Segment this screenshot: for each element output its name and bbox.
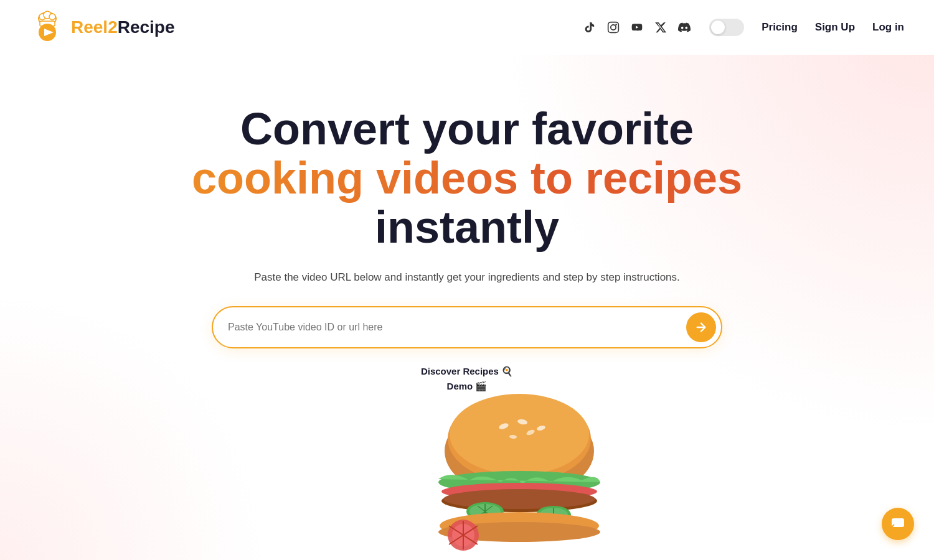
hero-section: Convert your favorite cooking videos to … bbox=[0, 55, 934, 560]
url-input[interactable] bbox=[228, 322, 686, 333]
chat-icon bbox=[890, 516, 905, 531]
illustration-area bbox=[0, 404, 934, 560]
logo-icon bbox=[30, 10, 65, 45]
discord-icon[interactable] bbox=[677, 20, 692, 35]
svg-point-8 bbox=[611, 25, 616, 30]
pricing-link[interactable]: Pricing bbox=[762, 21, 798, 34]
theme-toggle[interactable] bbox=[709, 19, 744, 36]
youtube-icon[interactable] bbox=[630, 20, 644, 35]
svg-point-21 bbox=[443, 489, 595, 509]
search-wrapper bbox=[212, 306, 722, 348]
tiktok-icon[interactable] bbox=[582, 20, 597, 35]
hero-title-line2: cooking videos to recipes bbox=[0, 154, 934, 203]
logo[interactable]: Reel2Recipe bbox=[30, 10, 175, 45]
signup-link[interactable]: Sign Up bbox=[815, 21, 855, 34]
login-link[interactable]: Log in bbox=[872, 21, 904, 34]
social-icons bbox=[582, 20, 692, 35]
search-container bbox=[212, 306, 722, 348]
hero-subtitle: Paste the video URL below and instantly … bbox=[0, 271, 934, 284]
instagram-icon[interactable] bbox=[606, 20, 621, 35]
burger-illustration bbox=[389, 386, 650, 560]
header: Reel2Recipe bbox=[0, 0, 934, 55]
logo-text: Reel2Recipe bbox=[71, 17, 175, 37]
hero-title-line3: instantly bbox=[0, 203, 934, 252]
arrow-right-icon bbox=[694, 320, 708, 334]
hero-title-line1: Convert your favorite bbox=[0, 105, 934, 154]
toggle-knob bbox=[711, 21, 725, 34]
search-button[interactable] bbox=[686, 312, 716, 342]
discover-recipes-link[interactable]: Discover Recipes 🍳 bbox=[421, 366, 513, 377]
svg-point-6 bbox=[49, 14, 55, 20]
nav-right: Pricing Sign Up Log in bbox=[582, 19, 904, 36]
svg-point-9 bbox=[616, 24, 618, 26]
svg-point-12 bbox=[450, 394, 589, 475]
twitter-icon[interactable] bbox=[653, 20, 668, 35]
svg-rect-7 bbox=[608, 22, 619, 33]
chat-button[interactable] bbox=[882, 508, 914, 540]
